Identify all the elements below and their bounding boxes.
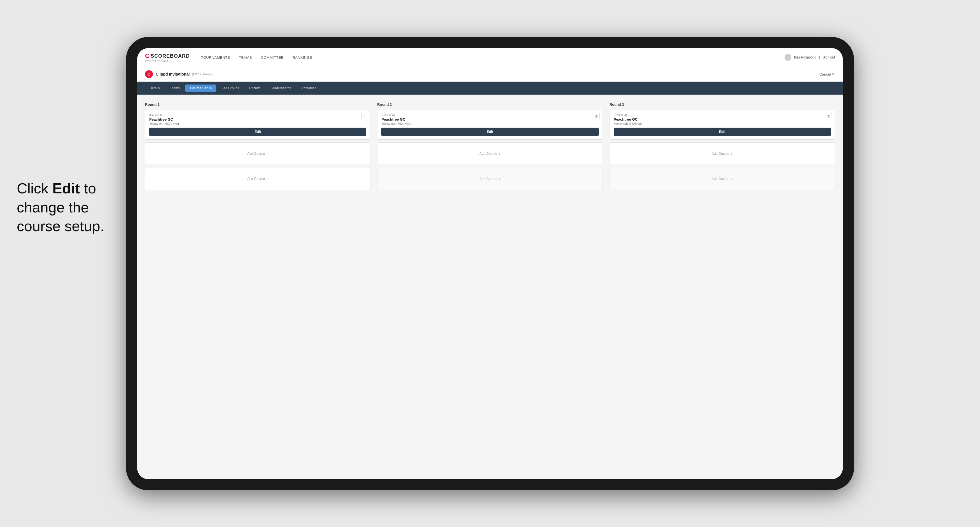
add-course-text-r1-2: Add Course + xyxy=(247,176,269,181)
round-1-add-course-2[interactable]: Add Course + xyxy=(145,168,371,190)
user-email: blair@clippd.io xyxy=(794,56,816,59)
plus-icon-r1-1: + xyxy=(266,151,268,156)
round-3-column: Round 3 🗑 (Course A) Peachtree GC Yellow… xyxy=(609,102,835,193)
nav-link-tournaments[interactable]: TOURNAMENTS xyxy=(201,56,230,60)
sign-out-link[interactable]: Sign out xyxy=(822,56,835,59)
tab-leaderboards[interactable]: Leaderboards xyxy=(266,84,296,92)
tournament-bar: C Clippd Invitational (Men) Hosting Canc… xyxy=(137,67,843,82)
tab-course-setup[interactable]: Course Setup xyxy=(185,84,216,92)
logo-c-icon: C xyxy=(145,52,150,60)
round-2-course-tag: (Course A) xyxy=(381,114,598,117)
tab-printables[interactable]: Printables xyxy=(297,84,321,92)
add-course-label-r2-1: Add Course xyxy=(479,152,497,156)
logo-area: C SCOREBOARD Powered by clippd xyxy=(145,52,190,62)
round-1-course-name: Peachtree GC xyxy=(149,117,366,121)
nav-link-committee[interactable]: COMMITTEE xyxy=(261,56,284,60)
plus-icon-r3-2: + xyxy=(730,176,733,181)
round-3-edit-button[interactable]: Edit xyxy=(614,128,831,136)
sub-tabs: Details Teams Course Setup Tee Groups Re… xyxy=(137,82,843,95)
logo-subtitle: Powered by clippd xyxy=(145,60,190,62)
nav-link-rankings[interactable]: RANKINGS xyxy=(292,56,312,60)
round-2-course-name: Peachtree GC xyxy=(381,117,598,121)
round-2-add-course-2: Add Course + xyxy=(377,168,603,190)
round-3-add-course-1[interactable]: Add Course + xyxy=(609,143,835,165)
logo-title: SCOREBOARD xyxy=(151,53,190,59)
round-3-label: Round 3 xyxy=(609,102,835,106)
add-course-label-r1-1: Add Course xyxy=(247,152,265,156)
plus-icon-r2-1: + xyxy=(498,151,501,156)
annotation-bold: Edit xyxy=(52,180,80,197)
card-delete-btn-r3[interactable]: 🗑 xyxy=(826,113,832,119)
add-course-text-r3-2: Add Course + xyxy=(712,176,733,181)
round-3-course-details: Yellow (M) (6629 yds) xyxy=(614,122,831,125)
tournament-logo-letter: C xyxy=(148,72,150,76)
annotation-text: Click Edit to change the course setup. xyxy=(17,179,134,236)
tablet-screen: C SCOREBOARD Powered by clippd TOURNAMEN… xyxy=(137,48,843,479)
tab-teams[interactable]: Teams xyxy=(165,84,184,92)
round-1-course-details: Yellow (M) (6629 yds) xyxy=(149,122,366,125)
add-course-label-r3-1: Add Course xyxy=(712,152,729,156)
card-delete-btn-r2[interactable]: 🗑 xyxy=(593,113,600,119)
add-course-text-r2-2: Add Course + xyxy=(479,176,501,181)
round-1-column: Round 1 ⤢ (Course A) Peachtree GC Yellow… xyxy=(145,102,371,193)
round-1-add-course-1[interactable]: Add Course + xyxy=(145,143,371,165)
plus-icon-r1-2: + xyxy=(266,176,268,181)
cancel-icon: ✕ xyxy=(832,72,835,76)
user-avatar xyxy=(784,54,791,61)
round-3-course-tag: (Course A) xyxy=(614,114,831,117)
tab-results[interactable]: Results xyxy=(245,84,265,92)
round-2-course-card: 🗑 (Course A) Peachtree GC Yellow (M) (66… xyxy=(377,110,603,140)
add-course-text-r2-1: Add Course + xyxy=(479,151,501,156)
tablet-shell: C SCOREBOARD Powered by clippd TOURNAMEN… xyxy=(126,37,854,490)
nav-right: blair@clippd.io | Sign out xyxy=(784,54,835,61)
nav-links: TOURNAMENTS TEAMS COMMITTEE RANKINGS xyxy=(201,56,784,60)
rounds-grid: Round 1 ⤢ (Course A) Peachtree GC Yellow… xyxy=(145,102,835,193)
card-expand-btn-r1[interactable]: ⤢ xyxy=(361,113,368,119)
round-2-course-details: Yellow (M) (6629 yds) xyxy=(381,122,598,125)
tab-tee-groups[interactable]: Tee Groups xyxy=(217,84,243,92)
plus-icon-r2-2: + xyxy=(498,176,501,181)
plus-icon-r3-1: + xyxy=(730,151,733,156)
tournament-logo: C xyxy=(145,70,153,78)
add-course-label-r3-2: Add Course xyxy=(712,177,729,181)
round-1-label: Round 1 xyxy=(145,102,371,106)
tournament-gender: (Men) xyxy=(192,72,200,76)
round-3-course-name: Peachtree GC xyxy=(614,117,831,121)
top-nav: C SCOREBOARD Powered by clippd TOURNAMEN… xyxy=(137,48,843,67)
add-course-label-r2-2: Add Course xyxy=(479,177,497,181)
add-course-label-r1-2: Add Course xyxy=(247,177,265,181)
round-2-edit-button[interactable]: Edit xyxy=(381,128,598,136)
round-1-course-tag: (Course A) xyxy=(149,114,366,117)
nav-link-teams[interactable]: TEAMS xyxy=(239,56,252,60)
annotation-prefix: Click xyxy=(17,180,52,197)
round-1-edit-button[interactable]: Edit xyxy=(149,128,366,136)
round-2-add-course-1[interactable]: Add Course + xyxy=(377,143,603,165)
main-content: Round 1 ⤢ (Course A) Peachtree GC Yellow… xyxy=(137,95,843,479)
tab-details[interactable]: Details xyxy=(145,84,164,92)
add-course-text-r3-1: Add Course + xyxy=(712,151,733,156)
round-3-course-card: 🗑 (Course A) Peachtree GC Yellow (M) (66… xyxy=(609,110,835,140)
round-1-course-card: ⤢ (Course A) Peachtree GC Yellow (M) (66… xyxy=(145,110,371,140)
add-course-text-r1-1: Add Course + xyxy=(247,151,269,156)
cancel-label: Cancel xyxy=(819,72,831,76)
card-actions-r3: 🗑 xyxy=(826,113,832,119)
round-2-column: Round 2 🗑 (Course A) Peachtree GC Yellow… xyxy=(377,102,603,193)
separator: | xyxy=(819,56,820,59)
card-actions-r2: 🗑 xyxy=(593,113,600,119)
card-actions-r1: ⤢ xyxy=(361,113,368,119)
cancel-button[interactable]: Cancel ✕ xyxy=(819,72,835,76)
tournament-name: Clippd Invitational xyxy=(156,72,189,76)
round-2-label: Round 2 xyxy=(377,102,603,106)
tournament-badge: Hosting xyxy=(203,73,213,76)
round-3-add-course-2: Add Course + xyxy=(609,168,835,190)
